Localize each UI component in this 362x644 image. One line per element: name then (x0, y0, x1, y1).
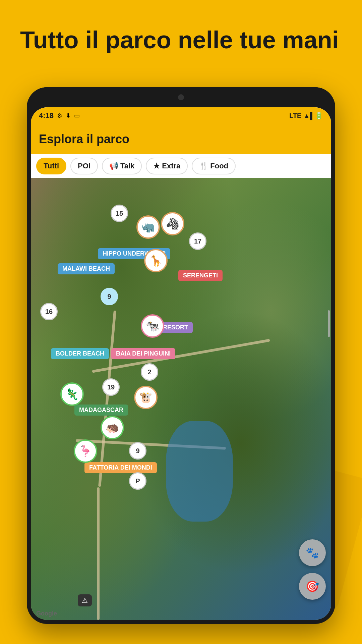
badge-9a[interactable]: 9 (101, 288, 118, 305)
badge-2[interactable]: 2 (141, 363, 158, 381)
gear-icon: ⚙ (57, 112, 62, 119)
tab-extra[interactable]: ★ Extra (146, 158, 188, 174)
phone-frame: 4:18 ⚙ ⬇ ▭ LTE ▲▌🔋 Esplora il parco Tutt… (27, 87, 335, 624)
app-header-title: Esplora il parco (39, 132, 129, 146)
info-badge[interactable]: ⚠ (78, 594, 92, 606)
app-header: Esplora il parco (31, 124, 331, 154)
tab-talk[interactable]: 📢 Talk (102, 158, 142, 174)
tab-extra-label: Extra (162, 162, 180, 170)
badge-17[interactable]: 17 (189, 232, 206, 250)
badge-16[interactable]: 16 (40, 303, 58, 320)
phone-camera-bar (27, 87, 335, 107)
badge-p[interactable]: P (129, 472, 146, 490)
animal-flamingo[interactable]: 🦩 (74, 439, 97, 463)
badge-9b[interactable]: 9 (129, 442, 146, 460)
tab-poi-label: POI (78, 162, 90, 170)
map-water (166, 421, 233, 522)
animal-chameleon[interactable]: 🦎 (60, 382, 84, 406)
label-serengeti: SERENGETI (178, 270, 223, 281)
animal-rhino[interactable]: 🦏 (136, 215, 160, 239)
animal-zebra[interactable]: 🦓 (161, 212, 184, 235)
map-area[interactable]: HIPPO UNDERWATER MALAWI BEACH SERENGETI … (31, 178, 331, 620)
scroll-indicator (328, 310, 330, 337)
animal-bull[interactable]: 🐮 (134, 386, 158, 409)
tab-talk-label: Talk (120, 162, 134, 170)
map-path-4 (97, 487, 100, 620)
animal-cow[interactable]: 🐄 (141, 314, 164, 338)
tab-tutti[interactable]: Tutti (36, 158, 66, 174)
filter-tabs-bar: Tutti POI 📢 Talk ★ Extra 🍴 Food (31, 154, 331, 178)
fork-knife-icon: 🍴 (199, 162, 208, 170)
fab-location-button[interactable]: 🎯 (299, 573, 326, 600)
phone-screen: 4:18 ⚙ ⬇ ▭ LTE ▲▌🔋 Esplora il parco Tutt… (31, 107, 331, 620)
label-baia-dei-pinguini: BAIA DEI PINGUINI (111, 348, 175, 359)
badge-19[interactable]: 19 (102, 378, 120, 396)
star-icon: ★ (153, 162, 160, 170)
label-fattoria-dei-mondi: FATTORIA DEI MONDI (84, 462, 157, 473)
status-signal: LTE ▲▌🔋 (289, 112, 323, 120)
status-bar: 4:18 ⚙ ⬇ ▭ LTE ▲▌🔋 (31, 107, 331, 124)
memory-icon: ▭ (74, 112, 80, 119)
tab-tutti-label: Tutti (44, 162, 59, 170)
tab-food[interactable]: 🍴 Food (192, 158, 236, 174)
fab-paw-button[interactable]: 🐾 (299, 539, 326, 566)
tab-poi[interactable]: POI (70, 158, 98, 174)
google-logo: Google (36, 610, 57, 617)
label-madagascar: MADAGASCAR (74, 405, 128, 416)
animal-giraffe[interactable]: 🦒 (144, 249, 168, 272)
label-bolder-beach: BOLDER BEACH (51, 348, 109, 359)
badge-15[interactable]: 15 (111, 205, 128, 222)
camera-dot (178, 94, 184, 100)
page-title: Tutto il parco nelle tue mani (20, 27, 342, 53)
tab-food-label: Food (210, 162, 228, 170)
download-icon: ⬇ (66, 112, 71, 119)
status-time: 4:18 (39, 111, 54, 120)
animal-lemur[interactable]: 🦔 (101, 416, 124, 439)
megaphone-icon: 📢 (109, 162, 118, 170)
label-malawi-beach: MALAWI BEACH (58, 263, 115, 274)
